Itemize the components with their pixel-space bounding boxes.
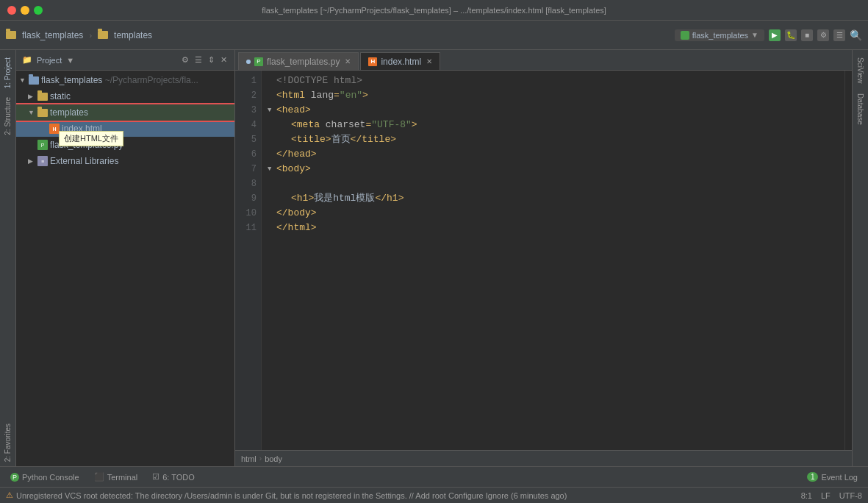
- warning-icon: ⚠: [6, 490, 13, 500]
- event-log-badge: 1: [807, 472, 819, 482]
- encoding[interactable]: UTF-8: [839, 491, 862, 500]
- tree-label-flask-templates-py: flask_templates.py: [50, 140, 123, 150]
- tab-close-index-html[interactable]: ✕: [426, 57, 432, 65]
- line-numbers: 1 2 3 4 5 6 7 8 9 10 11: [235, 71, 262, 450]
- html-file-icon: H: [49, 124, 60, 134]
- tree-arrow: ▼: [28, 109, 35, 116]
- code-line-1: <!DOCTYPE html>: [268, 74, 839, 88]
- panel-close-icon[interactable]: ✕: [219, 54, 229, 66]
- window-title: flask_templates [~/PycharmProjects/flask…: [262, 6, 606, 15]
- lib-icon: ≡: [37, 156, 48, 166]
- breadcrumb-separator: ›: [259, 454, 262, 463]
- run-button[interactable]: ▶: [769, 29, 781, 41]
- project-tree: ▼ flask_templates ~/PycharmProjects/fla.…: [16, 71, 234, 466]
- code-line-8: [268, 176, 839, 191]
- settings-button[interactable]: ☰: [833, 29, 845, 41]
- project-panel-header: 📁 Project ▼ ⚙ ☰ ⇕ ✕: [16, 50, 234, 71]
- sidebar-item-project[interactable]: 1: Project: [2, 53, 13, 93]
- tree-arrow: ▼: [19, 76, 26, 84]
- tree-label-external-libs: External Libraries: [50, 156, 118, 166]
- tree-item-templates[interactable]: ▼ templates: [16, 104, 234, 121]
- code-content[interactable]: <!DOCTYPE html> <html lang="en"> ▼ <head…: [262, 71, 844, 450]
- panel-icons: ⚙ ☰ ⇕ ✕: [180, 54, 229, 66]
- tree-arrow: ▶: [28, 93, 35, 100]
- run-configuration[interactable]: flask_templates ▼: [675, 29, 764, 41]
- tab-bar: P flask_templates.py ✕ H index.html ✕: [235, 50, 852, 71]
- python-console-label: Python Console: [22, 473, 79, 482]
- code-line-7: ▼ <body>: [268, 162, 839, 176]
- py-file-icon: P: [37, 140, 48, 150]
- tab-flask-templates-py[interactable]: P flask_templates.py ✕: [238, 52, 359, 70]
- panel-gear-icon[interactable]: ☰: [193, 54, 204, 66]
- tree-label-templates: templates: [50, 107, 88, 118]
- main-layout: 1: Project 2: Structure 2: Favorites 📁 P…: [0, 50, 868, 466]
- python-console-icon: P: [10, 473, 19, 482]
- search-icon[interactable]: 🔍: [850, 29, 862, 41]
- tree-item-flask-templates-root[interactable]: ▼ flask_templates ~/PycharmProjects/fla.…: [16, 72, 234, 88]
- event-log-tab[interactable]: 1 Event Log: [803, 467, 862, 487]
- terminal-label: Terminal: [107, 473, 138, 482]
- code-line-11: </html>: [268, 221, 839, 235]
- code-line-2: <html lang="en">: [268, 88, 839, 103]
- terminal-tab[interactable]: ⬛ Terminal: [90, 467, 143, 487]
- editor-scrollbar[interactable]: [844, 71, 852, 450]
- right-tab-database[interactable]: Database: [855, 89, 866, 129]
- window-controls[interactable]: [7, 6, 43, 15]
- line-separator[interactable]: LF: [821, 491, 831, 500]
- toolbar-right: flask_templates ▼ ▶ 🐛 ■ ⚙ ☰ 🔍: [675, 29, 862, 41]
- templates-folder-icon: [98, 31, 108, 39]
- tree-item-external-libs[interactable]: ▶ ≡ External Libraries: [16, 153, 234, 169]
- build-button[interactable]: ⚙: [817, 29, 829, 41]
- code-line-10: </body>: [268, 206, 839, 221]
- panel-expand-icon[interactable]: ⇕: [207, 54, 216, 66]
- stop-button[interactable]: ■: [801, 29, 813, 41]
- project-panel: 📁 Project ▼ ⚙ ☰ ⇕ ✕ ▼ flask_templates ~/…: [16, 50, 235, 466]
- minimize-button[interactable]: [21, 6, 29, 15]
- tree-item-flask-templates-py[interactable]: P flask_templates.py: [16, 137, 234, 153]
- sidebar-item-structure[interactable]: 2: Structure: [2, 93, 13, 140]
- tab-index-html[interactable]: H index.html ✕: [360, 52, 440, 70]
- code-line-5: <title>首页</title>: [268, 132, 839, 147]
- status-right: 8:1 LF UTF-8: [801, 491, 862, 500]
- tree-arrow: ▶: [28, 157, 35, 165]
- project-panel-title: Project: [37, 56, 62, 65]
- sidebar-item-favorites[interactable]: 2: Favorites: [2, 419, 13, 466]
- project-folder-icon: [6, 31, 16, 39]
- tree-item-index-html[interactable]: H index.html: [16, 121, 234, 137]
- status-warning-text: Unregistered VCS root detected: The dire…: [16, 491, 567, 500]
- code-line-6: </head>: [268, 147, 839, 162]
- code-line-3: ▼ <head>: [268, 103, 839, 118]
- todo-tab[interactable]: ☑ 6: TODO: [148, 467, 199, 487]
- code-line-4: <meta charset="UTF-8">: [268, 118, 839, 132]
- breadcrumb-templates[interactable]: templates: [114, 30, 152, 40]
- tab-py-icon: P: [254, 57, 263, 66]
- editor-breadcrumb: html › body: [235, 450, 852, 466]
- status-bar: ⚠ Unregistered VCS root detected: The di…: [0, 487, 868, 503]
- code-line-9: <h1>我是html模版</h1>: [268, 191, 839, 206]
- breadcrumb-flask-templates[interactable]: flask_templates: [22, 30, 83, 40]
- tab-close-flask-templates-py[interactable]: ✕: [345, 57, 351, 65]
- tree-label-index-html: index.html: [62, 124, 102, 134]
- vcs-warning: ⚠ Unregistered VCS root detected: The di…: [6, 490, 801, 500]
- right-sidebar: SciView Database: [852, 50, 868, 466]
- debug-button[interactable]: 🐛: [785, 29, 797, 41]
- python-console-tab[interactable]: P Python Console: [6, 467, 84, 487]
- title-bar: flask_templates [~/PycharmProjects/flask…: [0, 0, 868, 21]
- editor-area: P flask_templates.py ✕ H index.html ✕ 1 …: [235, 50, 852, 466]
- close-button[interactable]: [7, 6, 16, 15]
- breadcrumb-html[interactable]: html: [241, 454, 257, 463]
- left-side-tabs: 1: Project 2: Structure 2: Favorites: [0, 50, 16, 466]
- bottom-bar: P Python Console ⬛ Terminal ☑ 6: TODO 1 …: [0, 466, 868, 487]
- tab-label-flask-templates-py: flask_templates.py: [267, 57, 340, 67]
- main-toolbar: flask_templates › templates flask_templa…: [0, 21, 868, 50]
- todo-label: 6: TODO: [162, 473, 195, 482]
- cursor-position[interactable]: 8:1: [801, 491, 812, 500]
- breadcrumb-body[interactable]: body: [265, 454, 282, 463]
- maximize-button[interactable]: [34, 6, 43, 15]
- code-editor[interactable]: 1 2 3 4 5 6 7 8 9 10 11 <!DOCTYPE html>: [235, 71, 852, 450]
- panel-sync-icon[interactable]: ⚙: [180, 54, 190, 66]
- tab-label-index-html: index.html: [381, 57, 421, 67]
- right-tab-sciview[interactable]: SciView: [855, 53, 866, 88]
- tree-item-static[interactable]: ▶ static: [16, 88, 234, 104]
- tab-html-icon: H: [368, 57, 377, 66]
